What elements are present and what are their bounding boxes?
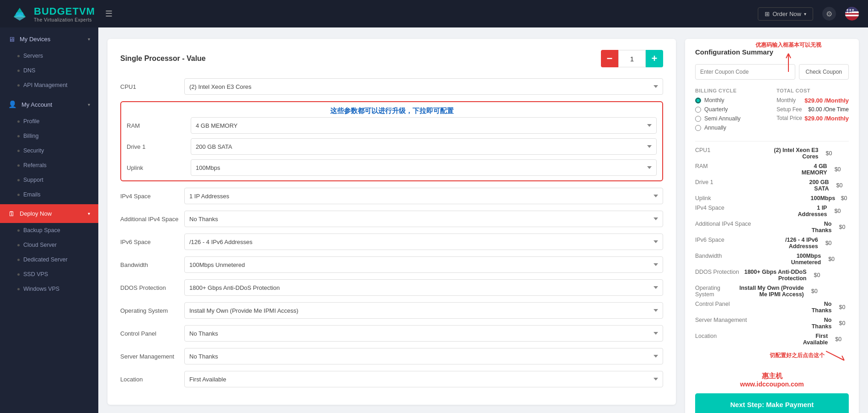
summary-divider — [695, 141, 849, 141]
devices-icon: 🖥 — [8, 35, 15, 43]
qty-minus-button[interactable]: − — [601, 50, 618, 67]
sidebar-group-account: 👤 My Account ▾ Profile Billing Security … — [0, 95, 98, 202]
os-select[interactable]: Install My Own (Provide Me IPMI Access) — [184, 302, 663, 319]
add-ipv4-select[interactable]: No Thanks — [184, 211, 663, 227]
sidebar-subitem-windows-vps[interactable]: Windows VPS — [0, 282, 98, 296]
sum-row-value-price: First Available $0 — [797, 333, 849, 346]
sidebar-subitem-servers[interactable]: Servers — [0, 49, 98, 63]
radio-quarterly[interactable] — [695, 107, 701, 113]
summary-row: DDOS Protection 1800+ Gbps Anti-DDoS Pro… — [695, 269, 849, 282]
sum-row-value-price: 4 GB MEMORY $0 — [795, 163, 849, 176]
sidebar-subitem-dns[interactable]: DNS — [0, 63, 98, 78]
sidebar-subitem-support[interactable]: Support — [0, 173, 98, 187]
location-label: Location — [120, 376, 180, 383]
sum-row-price: $0 — [839, 320, 845, 326]
radio-quarterly-label: Quarterly — [704, 106, 728, 113]
summary-row: RAM 4 GB MEMORY $0 — [695, 163, 849, 176]
summary-title: Configuration Summary — [695, 48, 849, 56]
billing-cost-row: BILLING CYCLE Monthly Quarterly Semi Ann… — [695, 88, 849, 134]
uplink-select[interactable]: 100Mbps — [191, 159, 657, 176]
ddos-label: DDOS Protection — [120, 284, 180, 291]
ipv4-row: IPv4 Space 1 IP Addresses — [120, 188, 663, 204]
sidebar-item-my-account[interactable]: 👤 My Account ▾ — [0, 95, 98, 114]
ipv6-select[interactable]: /126 - 4 IPv6 Addresses — [184, 234, 663, 250]
coupon-input[interactable] — [695, 64, 795, 80]
qty-plus-button[interactable]: + — [646, 50, 663, 67]
cpu-select[interactable]: (2) Intel Xeon E3 Cores — [184, 78, 663, 95]
sidebar-subitem-billing[interactable]: Billing — [0, 129, 98, 143]
sidebar-group-deploy: 🗓 Deploy Now ▾ Backup Space Cloud Server… — [0, 204, 98, 296]
monthly-cost-value: $29.00 /Monthly — [804, 97, 849, 104]
logo-text: BUDGETVM The Virtualization Experts — [34, 5, 95, 22]
sum-row-label: IPv6 Space — [695, 237, 724, 250]
billing-monthly[interactable]: Monthly — [695, 97, 767, 103]
dot-icon — [17, 259, 20, 261]
sidebar-subitem-referrals[interactable]: Referrals — [0, 158, 98, 173]
location-select[interactable]: First Available — [184, 371, 663, 387]
sidebar-subitem-cloud[interactable]: Cloud Server — [0, 238, 98, 252]
mgmt-select[interactable]: No Thanks — [184, 348, 663, 364]
radio-annually[interactable] — [695, 125, 701, 131]
bandwidth-select[interactable]: 100Mbps Unmetered — [184, 256, 663, 273]
sidebar-subitem-ssd-vps[interactable]: SSD VPS — [0, 267, 98, 282]
cpanel-select[interactable]: No Thanks — [184, 325, 663, 342]
sum-row-value-price: No Thanks $0 — [806, 317, 849, 330]
radio-monthly-label: Monthly — [704, 97, 724, 103]
config-title: Single Processor - Value — [120, 54, 206, 63]
bandwidth-row: Bandwidth 100Mbps Unmetered — [120, 256, 663, 273]
drive-select[interactable]: 200 GB SATA — [191, 138, 657, 155]
sum-row-value: Install My Own (Provide Me IPMI Access) — [736, 285, 804, 298]
sidebar: 🖥 My Devices ▾ Servers DNS API Managemen… — [0, 27, 98, 413]
summary-row: Server Management No Thanks $0 — [695, 317, 849, 330]
order-now-button[interactable]: ⊞ Order Now ▾ — [758, 7, 813, 21]
radio-semi[interactable] — [695, 116, 701, 122]
billing-annually[interactable]: Annually — [695, 125, 767, 131]
hamburger-icon[interactable]: ☰ — [105, 9, 113, 19]
dot-icon — [17, 229, 20, 232]
summary-panel: Configuration Summary Check Coupon 优惠码输入… — [685, 39, 859, 413]
sidebar-item-my-devices[interactable]: 🖥 My Devices ▾ — [0, 30, 98, 49]
next-step-button[interactable]: Next Step: Make Payment — [695, 393, 849, 413]
qty-value: 1 — [618, 50, 646, 67]
coupon-row: Check Coupon 优惠码输入框基本可以无视 — [695, 64, 849, 80]
ipv6-row: IPv6 Space /126 - 4 IPv6 Addresses — [120, 234, 663, 250]
sum-row-label: Bandwidth — [695, 253, 722, 266]
radio-semi-label: Semi Annually — [704, 115, 740, 122]
sidebar-subitem-security[interactable]: Security — [0, 143, 98, 158]
ram-select[interactable]: 4 GB MEMORY — [191, 117, 657, 134]
radio-monthly[interactable] — [695, 98, 701, 103]
setup-fee-label: Setup Fee — [777, 106, 802, 113]
logo[interactable]: BUDGETVM The Virtualization Experts — [9, 3, 95, 24]
sum-row-value-price: No Thanks $0 — [806, 301, 849, 314]
svg-rect-6 — [845, 15, 859, 16]
dot-icon — [17, 273, 20, 276]
sum-row-value: 4 GB MEMORY — [795, 163, 827, 176]
ram-label: RAM — [127, 122, 186, 129]
billing-quarterly[interactable]: Quarterly — [695, 106, 767, 113]
sum-row-value-price: Install My Own (Provide Me IPMI Access) … — [736, 285, 849, 298]
ddos-select[interactable]: 1800+ Gbps Anti-DDoS Protection — [184, 279, 663, 296]
check-coupon-button[interactable]: Check Coupon — [799, 64, 849, 80]
sum-row-price: $0 — [826, 150, 832, 157]
topnav: BUDGETVM The Virtualization Experts ☰ ⊞ … — [0, 0, 868, 27]
summary-row: Drive 1 200 GB SATA $0 — [695, 179, 849, 192]
settings-icon[interactable]: ⚙ — [822, 7, 836, 21]
sidebar-subitem-dedicated[interactable]: Dedicated Server — [0, 252, 98, 267]
flag-icon[interactable]: ★★★ ★★ — [845, 7, 859, 21]
billing-section: BILLING CYCLE Monthly Quarterly Semi Ann… — [695, 88, 767, 134]
billing-semi[interactable]: Semi Annually — [695, 115, 767, 122]
sum-row-value: 1800+ Gbps Anti-DDoS Protection — [743, 269, 807, 282]
dot-icon — [17, 84, 20, 87]
ipv4-select[interactable]: 1 IP Addresses — [184, 188, 663, 204]
uplink-label: Uplink — [127, 164, 186, 171]
sidebar-subitem-emails[interactable]: Emails — [0, 187, 98, 202]
dot-icon — [17, 150, 20, 152]
sidebar-item-deploy-now[interactable]: 🗓 Deploy Now ▾ — [0, 204, 98, 223]
logo-sub: The Virtualization Experts — [34, 17, 95, 22]
sidebar-subitem-api[interactable]: API Management — [0, 78, 98, 92]
dot-icon — [17, 55, 20, 57]
sidebar-subitem-backup[interactable]: Backup Space — [0, 223, 98, 238]
sum-row-value-price: No Thanks $0 — [806, 221, 849, 234]
sidebar-subitem-profile[interactable]: Profile — [0, 114, 98, 129]
summary-row: Operating System Install My Own (Provide… — [695, 285, 849, 298]
